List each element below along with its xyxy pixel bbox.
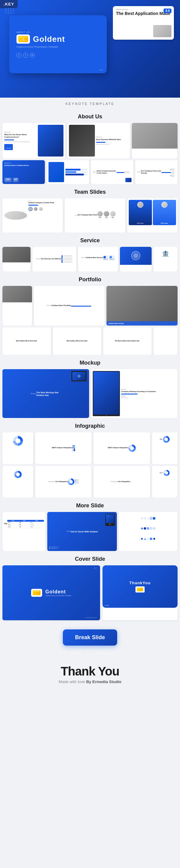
hero-back-slide-title: The Best Application Made bbox=[116, 11, 171, 16]
twitter-icon[interactable]: t bbox=[17, 53, 21, 58]
hero-brand-subtitle: Cryptocurrency Presentation Template bbox=[17, 46, 58, 48]
slide-service-2: Service The Services You Will Get Lorem … bbox=[32, 247, 76, 272]
footer-made-with: Made with love By Ermedia Studio bbox=[0, 679, 180, 684]
section-team: Team Slides Team Goldent Company Trusted… bbox=[0, 189, 180, 232]
slide-about-5 bbox=[47, 160, 89, 184]
slide-pie-2: Infographics Our Infographics bbox=[93, 466, 150, 498]
slide-about-6: About About Cryptocurrencies in the Futu… bbox=[91, 160, 133, 184]
slide-cover-main: Goldent Cryptocurrency Presentation Temp… bbox=[2, 565, 100, 620]
break-slide-button[interactable]: Break Slide bbox=[63, 629, 117, 646]
keynote-template-label: KEYNOTE TEMPLATE bbox=[0, 98, 180, 108]
hero-back-slide-label: Mobile Service bbox=[116, 8, 171, 10]
section-cover: Cover Slide Goldent Cryptocurrency Prese… bbox=[0, 556, 180, 657]
slide-swot-2: SWOT Analysis Infographics bbox=[93, 432, 150, 464]
instagram-icon[interactable]: in bbox=[30, 53, 35, 58]
hero-main-slide: About Us Goldent Cryptocurrency Presenta… bbox=[9, 15, 107, 73]
section-title-mockup: Mockup bbox=[0, 360, 180, 366]
section-service: Service Service The Services You Will Ge… bbox=[0, 237, 180, 272]
slide-pie-1: Infographics Our Infographics 35% 25% 20… bbox=[35, 466, 92, 498]
slide-cover-thankyou: ThankYou bbox=[102, 565, 178, 620]
break-slide-dots: · · · bbox=[0, 650, 180, 655]
section-mockup: Mockup Mockup The Best Mockup that Golde… bbox=[0, 360, 180, 418]
hero-about-label: About Us bbox=[17, 31, 30, 33]
slide-service-3: Service Goldent Best Service Service 01 … bbox=[78, 247, 118, 272]
section-title-more: More Slide bbox=[0, 502, 180, 509]
section-title-team: Team Slides bbox=[0, 189, 180, 195]
hero-coin-icon bbox=[17, 34, 30, 43]
slide-about-4: About Us Goldent Best Collaborations 152… bbox=[2, 160, 45, 184]
slide-about-7: About Our Company Focus and Activity Lor… bbox=[135, 160, 178, 184]
slide-gallery-2: Best Gallery We've Ever Had bbox=[53, 328, 101, 354]
slide-infographic-1 bbox=[2, 432, 33, 464]
footer-thank-you: Thank You bbox=[0, 664, 180, 678]
slide-gallery-1: Best Gallery We've Ever Had bbox=[2, 328, 51, 354]
slide-more-table: Table Name Value Status Item 1$80Active … bbox=[2, 512, 46, 551]
slide-service-1 bbox=[2, 247, 31, 272]
slide-portfolio-1 bbox=[2, 286, 32, 326]
hero-back-slide: Mobile Service The Best Application Made… bbox=[113, 6, 174, 40]
section-infographic: Infographic SWOT Analysis Infographics S… bbox=[0, 423, 180, 498]
key-badge: .KEY bbox=[0, 0, 18, 8]
slide-service-4 bbox=[120, 247, 152, 272]
slide-portfolio-2: Portfolio Goldent Best Portfolio bbox=[34, 286, 105, 326]
slide-service-5: 🏦 bbox=[153, 247, 178, 272]
slide-mockup-2: Mockup Company Ranking According to Cust… bbox=[91, 369, 178, 418]
slide-team-1: Team Goldent Company Trusted Team bbox=[2, 198, 63, 232]
section-portfolio: Portfolio Portfolio Goldent Best Portfol… bbox=[0, 276, 180, 355]
section-title-service: Service bbox=[0, 237, 180, 244]
hero-section: Mobile Service The Best Application Made… bbox=[0, 0, 180, 98]
slide-infographic-left-cut bbox=[2, 466, 33, 498]
footer-section: Thank You Made with love By Ermedia Stud… bbox=[0, 658, 180, 693]
section-title-infographic: Infographic bbox=[0, 423, 180, 429]
slide-mockup-1: Mockup The Best Mockup that Goldent Has bbox=[2, 369, 89, 418]
slide-pie-3: Our I... bbox=[152, 466, 178, 498]
slide-swot-3: SW... bbox=[152, 432, 178, 464]
section-more: More Slide Table Name Value Status Item … bbox=[0, 502, 180, 551]
slide-about-2: About Us Easy Payment Methods Now Lorem … bbox=[67, 123, 130, 158]
slide-gallery-partial bbox=[153, 328, 178, 354]
slide-more-contact: Contact Get In Touch With Goldent email@… bbox=[47, 512, 117, 551]
section-title-about: About Us bbox=[0, 114, 180, 120]
hero-footer-year: 2025 bbox=[99, 69, 103, 71]
section-title-portfolio: Portfolio bbox=[0, 276, 180, 283]
slide-portfolio-3: Goldent Best Activity bbox=[107, 286, 178, 326]
hero-back-slide-badge: 4.9 bbox=[163, 8, 172, 13]
slide-team-2: Team Our Company Best Team Name Position… bbox=[65, 198, 125, 232]
section-title-cover: Cover Slide bbox=[0, 556, 180, 562]
facebook-icon[interactable]: f bbox=[23, 53, 28, 58]
slide-about-3 bbox=[132, 123, 178, 158]
slide-swot-1: SWOT Analysis Infographics S W O T bbox=[35, 432, 92, 464]
section-about-us: About Us About Us What Do You Know About… bbox=[0, 114, 180, 184]
slide-about-1: About Us What Do You Know About Cryptocu… bbox=[2, 123, 65, 158]
slide-more-icons bbox=[119, 512, 178, 551]
hero-brand-name: Goldent bbox=[33, 34, 65, 44]
slide-gallery-3: The Best Gallery that Goldent Has bbox=[103, 328, 152, 354]
slide-team-3: Delfis Daison William Wijaya bbox=[127, 198, 178, 232]
